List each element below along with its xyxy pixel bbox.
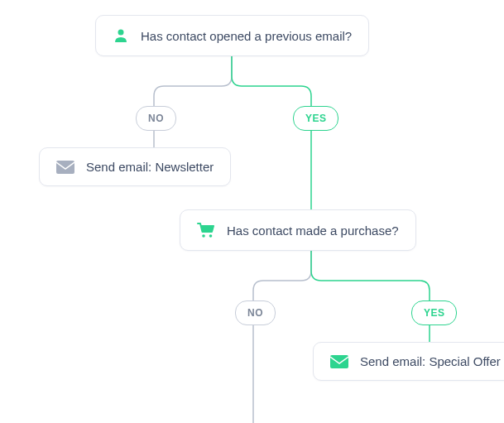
action-node-newsletter[interactable]: Send email: Newsletter bbox=[39, 147, 231, 186]
svg-rect-4 bbox=[330, 355, 348, 368]
pill-label: YES bbox=[305, 113, 326, 124]
svg-point-2 bbox=[202, 234, 205, 238]
cart-icon bbox=[197, 222, 215, 238]
condition-node-purchase[interactable]: Has contact made a purchase? bbox=[180, 209, 416, 251]
svg-point-3 bbox=[209, 234, 213, 238]
condition-label: Has contact made a purchase? bbox=[227, 224, 399, 238]
person-icon bbox=[113, 27, 129, 44]
pill-label: YES bbox=[424, 307, 444, 319]
mail-green-icon bbox=[330, 355, 348, 368]
pill-label: NO bbox=[247, 307, 263, 319]
branch-no-2[interactable]: NO bbox=[235, 300, 276, 325]
branch-yes-2[interactable]: YES bbox=[411, 300, 457, 325]
condition-node-opened-email[interactable]: Has contact opened a previous email? bbox=[95, 15, 369, 56]
pill-label: NO bbox=[148, 113, 164, 124]
condition-label: Has contact opened a previous email? bbox=[141, 29, 352, 43]
action-node-special-offer[interactable]: Send email: Special Offer bbox=[313, 342, 504, 381]
branch-yes-1[interactable]: YES bbox=[293, 106, 338, 131]
action-label: Send email: Special Offer bbox=[360, 354, 501, 368]
svg-point-0 bbox=[118, 30, 124, 36]
branch-no-1[interactable]: NO bbox=[136, 106, 176, 131]
action-label: Send email: Newsletter bbox=[86, 160, 214, 174]
mail-gray-icon bbox=[56, 161, 74, 174]
svg-rect-1 bbox=[56, 161, 74, 174]
